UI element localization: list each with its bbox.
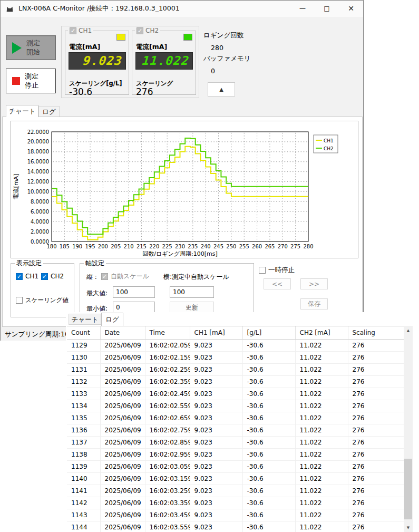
play-icon [12,42,22,54]
log-column-header[interactable]: CH2 [mA] [295,326,348,339]
table-cell: 2025/06/09 [100,375,145,388]
table-cell: 9.023 [190,388,242,400]
table-row[interactable]: 11312025/06/0916:02:02.2599.023-30.611.0… [67,363,404,375]
log-tab-chart[interactable]: チャート [69,314,101,325]
table-cell: 1132 [67,375,100,388]
svg-text:8.0000: 8.0000 [31,199,49,205]
collapse-button[interactable]: ▲ [208,82,235,96]
axis-settings-group: 軸設定 縦： 自動スケール 横:測定中自動スケール 最大値: 最小値: 更新 [80,263,254,317]
table-cell: -30.6 [242,412,295,424]
table-cell: 2025/06/09 [100,388,145,400]
min-value-input[interactable] [113,302,155,313]
table-row[interactable]: 11422025/06/0916:02:03.3599.023-30.611.0… [67,497,404,509]
scroll-up-icon[interactable]: ▲ [404,326,413,335]
table-cell: -30.6 [242,363,295,375]
horizontal-max-input[interactable] [170,286,214,298]
chart-canvas: 0.00002.00004.00006.00008.000010.000012.… [11,121,358,258]
table-cell: 11.022 [295,448,348,460]
log-column-header[interactable]: [g/L] [242,326,295,339]
log-column-header[interactable]: Time [145,326,190,339]
ch2-group: CH2 電流[mA] 11.022 スケーリング 276 [132,31,196,95]
table-cell: 9.023 [190,472,242,485]
table-row[interactable]: 11362025/06/0916:02:02.7599.023-30.611.0… [67,424,404,436]
table-cell: 1138 [67,448,100,460]
ch2-scaling-value: 276 [136,86,153,97]
maximize-button[interactable]: □ [315,1,339,16]
table-row[interactable]: 11432025/06/0916:02:03.4599.023-30.611.0… [67,509,404,521]
table-row[interactable]: 11322025/06/0916:02:02.3599.023-30.611.0… [67,375,404,388]
ch1-enable-checkbox[interactable]: CH1 [68,27,93,34]
table-cell: 276 [348,485,404,497]
measure-stop-button[interactable]: 測定 停止 [6,69,56,93]
checkbox-ch2-visible[interactable]: CH2 [41,273,64,280]
table-cell: 276 [348,509,404,521]
save-button[interactable]: 保存 [300,298,328,309]
log-column-header[interactable]: Scaling [348,326,404,339]
table-cell: 1144 [67,521,100,532]
svg-text:回数/ロギング周期:100[ms]: 回数/ロギング周期:100[ms] [142,250,217,257]
table-row[interactable]: 11372025/06/0916:02:02.8599.023-30.611.0… [67,436,404,448]
svg-text:190: 190 [72,244,82,249]
table-cell: 1131 [67,363,100,375]
chart-tab-page: 0.00002.00004.00006.00008.000010.000012.… [2,117,363,327]
svg-text:12.0000: 12.0000 [27,179,49,185]
autoscale-checkbox[interactable]: 自動スケール [101,272,149,281]
log-tab-log[interactable]: ログ [101,313,123,326]
table-cell: 11.022 [295,509,348,521]
chart-axis-labels: 0.00002.00004.00006.00008.000010.000012.… [13,129,314,258]
table-cell: 276 [348,472,404,485]
log-column-header[interactable]: Count [67,326,100,339]
log-column-header[interactable]: Date [100,326,145,339]
svg-text:CH2: CH2 [324,146,334,151]
table-row[interactable]: 11392025/06/0916:02:03.0599.023-30.611.0… [67,460,404,472]
table-cell: 9.023 [190,424,242,436]
table-cell: 16:02:02.759 [145,424,190,436]
table-cell: -30.6 [242,485,295,497]
table-row[interactable]: 11332025/06/0916:02:02.4599.023-30.611.0… [67,388,404,400]
table-row[interactable]: 11352025/06/0916:02:02.6599.023-30.611.0… [67,412,404,424]
svg-text:245: 245 [213,244,223,249]
stop-icon [12,77,20,85]
table-row[interactable]: 11412025/06/0916:02:03.2599.023-30.611.0… [67,485,404,497]
table-cell: 9.023 [190,497,242,509]
buffer-memory-label: バッファメモリ [203,54,251,63]
ch1-color-swatch [116,34,125,41]
channels-panel: CH1 電流[mA] 9.023 スケーリング[g/L] -30.6 CH2 電… [61,26,199,98]
table-row[interactable]: 11292025/06/0916:02:02.0599.023-30.611.0… [67,339,404,351]
table-cell: 9.023 [190,436,242,448]
buffer-memory-value: 0 [211,67,215,75]
log-column-header[interactable]: CH1 [mA] [190,326,242,339]
scroll-back-button[interactable]: << [264,278,291,289]
checkbox-ch1-visible[interactable]: CH1 [16,273,38,280]
table-cell: -30.6 [242,436,295,448]
tab-log[interactable]: ログ [38,106,60,117]
table-cell: 9.023 [190,485,242,497]
tab-chart[interactable]: チャート [6,105,38,117]
scroll-thumb[interactable] [404,459,412,519]
table-row[interactable]: 11342025/06/0916:02:02.5599.023-30.611.0… [67,400,404,412]
scroll-forward-button[interactable]: >> [300,278,328,289]
table-cell: 1129 [67,339,100,351]
table-cell: 16:02:03.459 [145,509,190,521]
table-row[interactable]: 11302025/06/0916:02:02.1599.023-30.611.0… [67,351,404,363]
ch1-name: CH1 [79,27,92,34]
pause-checkbox[interactable]: 一時停止 [259,266,295,275]
checkbox-ch2-box [41,273,48,280]
close-button[interactable]: ✕ [339,1,363,16]
table-cell: 11.022 [295,460,348,472]
scroll-down-icon[interactable]: ▼ [404,523,413,532]
ch1-current-display: 9.023 [69,52,126,70]
table-row[interactable]: 11402025/06/0916:02:03.1599.023-30.611.0… [67,472,404,485]
svg-text:18.0000: 18.0000 [27,149,49,154]
measure-start-button[interactable]: 測定 開始 [6,35,56,60]
svg-text:250: 250 [226,244,236,249]
checkbox-scaling-value[interactable]: スケーリング値 [16,296,69,304]
ch2-color-swatch [183,34,192,41]
ch2-enable-checkbox[interactable]: CH2 [135,27,160,34]
minimize-button[interactable]: — [290,1,315,16]
log-scrollbar[interactable]: ▲ ▼ [404,326,413,532]
table-row[interactable]: 11382025/06/0916:02:02.9599.023-30.611.0… [67,448,404,460]
table-cell: 2025/06/09 [100,448,145,460]
max-value-input[interactable] [113,286,155,298]
table-row[interactable]: 11442025/06/0916:02:03.5599.023-30.611.0… [67,521,404,532]
